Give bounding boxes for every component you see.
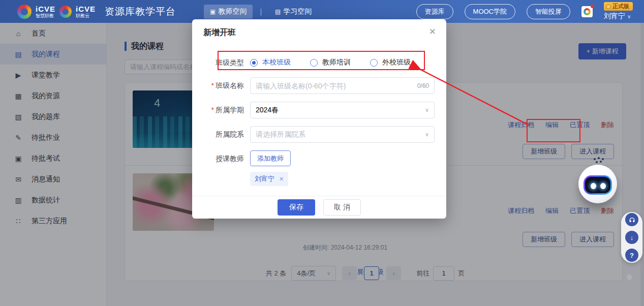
- nav-separator: |: [260, 8, 262, 16]
- headset-glyph: [628, 216, 636, 224]
- robot-face: [584, 175, 612, 195]
- app-shortcut-icon[interactable]: [581, 6, 593, 17]
- floating-help-toolbar: ↓ ?: [621, 212, 642, 263]
- add-class-modal: 新增开班 ✕ 班级类型 本校班级 教师培训 外校班级 *班级名称: [192, 19, 446, 219]
- class-name-field: 0/60: [250, 77, 435, 94]
- user-name[interactable]: 刘宵宁 ∨: [604, 12, 631, 21]
- help-icon[interactable]: ?: [625, 249, 638, 262]
- learning-space-icon: ▤: [275, 8, 281, 15]
- modal-title: 新增开班: [203, 27, 236, 38]
- smart-cast-button[interactable]: 智能投屏: [527, 4, 570, 19]
- modal-footer: 保存 取 消: [192, 196, 446, 219]
- resource-library-button[interactable]: 资源库: [416, 4, 453, 19]
- cancel-button[interactable]: 取 消: [323, 199, 361, 216]
- radio-own-school-class[interactable]: 本校班级: [250, 58, 291, 67]
- class-name-input[interactable]: [256, 82, 413, 90]
- chevron-down-icon: ∨: [425, 107, 429, 113]
- version-badge: 正式版: [604, 2, 633, 11]
- save-button[interactable]: 保存: [278, 199, 315, 216]
- char-counter: 0/60: [417, 82, 429, 89]
- space-nav: ▣ 教师空间 | ▤ 学习空间: [204, 5, 318, 19]
- radio-unselected-icon: [370, 59, 378, 67]
- teacher-tag: 刘宵宁 ✕: [250, 172, 288, 186]
- add-teacher-button[interactable]: 添加教师: [250, 150, 291, 166]
- icve-mini-logo-icon: [584, 8, 591, 15]
- robot-antenna-dots-icon: [594, 158, 596, 160]
- nav-teacher-space[interactable]: ▣ 教师空间: [204, 5, 253, 19]
- radio-teacher-training[interactable]: 教师培训: [310, 58, 351, 67]
- icve-zhijiaoyun-logo-icon: [59, 6, 72, 18]
- toolbar-close-icon[interactable]: ⊗: [626, 272, 633, 282]
- radio-selected-icon: [250, 59, 258, 67]
- platform-title: 资源库教学平台: [105, 5, 176, 18]
- icve-cloud-logo-text: iCVE 职教云: [76, 5, 96, 18]
- header-right: 资源库 MOOC学院 智能投屏 正式版 刘宵宁 ∨: [416, 2, 644, 21]
- robot-eye-left: [591, 183, 596, 189]
- assistant-robot-mascot[interactable]: [578, 165, 617, 203]
- teacher-space-icon: ▣: [210, 8, 216, 15]
- nav-learning-space[interactable]: ▤ 学习空间: [269, 5, 318, 19]
- user-block[interactable]: 正式版 刘宵宁 ∨: [604, 2, 633, 21]
- required-asterisk: *: [211, 81, 214, 89]
- chevron-down-icon: ∨: [425, 131, 429, 138]
- class-type-radio-group: 本校班级 教师培训 外校班级: [250, 58, 411, 67]
- radio-external-school-class[interactable]: 外校班级: [370, 58, 411, 67]
- brand-area: iCVE 智慧职教 iCVE 职教云 资源库教学平台: [0, 5, 176, 19]
- required-asterisk: *: [211, 106, 214, 114]
- semester-select[interactable]: 2024春 ∨: [250, 102, 435, 118]
- radio-unselected-icon: [310, 59, 318, 67]
- robot-eye-right: [600, 183, 606, 189]
- app-window: iCVE 智慧职教 iCVE 职教云 资源库教学平台 ▣ 教师空间 | ▤ 学习…: [0, 0, 644, 306]
- download-icon[interactable]: ↓: [625, 231, 638, 244]
- remove-teacher-icon[interactable]: ✕: [279, 176, 284, 182]
- class-type-row: 班级类型 本校班级 教师培训 外校班级: [192, 58, 446, 67]
- medal-icon: [606, 4, 611, 9]
- mooc-college-button[interactable]: MOOC学院: [465, 4, 515, 19]
- department-select[interactable]: 请选择所属院系 ∨: [250, 126, 435, 143]
- icve-logo-text: iCVE 智慧职教: [36, 5, 55, 18]
- customer-service-icon[interactable]: [625, 213, 638, 226]
- user-chevron-down-icon: ∨: [627, 14, 631, 19]
- close-icon[interactable]: ✕: [429, 26, 436, 37]
- icve-zhihuizhijiao-logo-icon: [17, 5, 32, 19]
- notification-dot: [591, 5, 594, 8]
